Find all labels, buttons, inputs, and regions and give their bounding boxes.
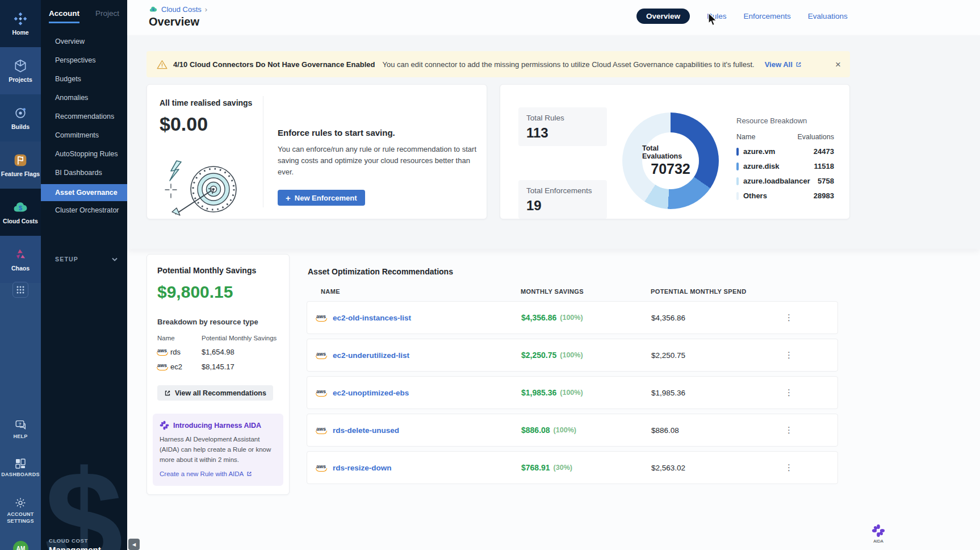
row-menu-kebab-icon[interactable]: ⋮ xyxy=(782,385,795,400)
module-picker[interactable] xyxy=(0,282,41,298)
aida-title: Introducing Harness AIDA xyxy=(173,422,261,430)
sidebar-item-budgets[interactable]: Budgets xyxy=(41,70,127,89)
sidebar-item-overview[interactable]: Overview xyxy=(41,32,127,51)
aida-create-rule-link[interactable]: Create a new Rule with AIDA xyxy=(160,470,252,477)
row-menu-kebab-icon[interactable]: ⋮ xyxy=(782,423,795,438)
potential-savings-title: Potential Monthly Savings xyxy=(157,266,279,275)
sidebar-item-cloud-costs[interactable]: $ Cloud Costs xyxy=(0,189,41,236)
sidebar-item-anomalies[interactable]: Anomalies xyxy=(41,89,127,107)
module-kicker: CLOUD COST xyxy=(49,538,101,544)
recommendation-link[interactable]: ec2-old-instances-list xyxy=(333,314,411,322)
view-all-recommendations-label: View all Recommendations xyxy=(175,389,266,397)
page-title: Overview xyxy=(149,15,199,28)
legend-col-evaluations: Evaluations xyxy=(797,133,834,141)
monthly-savings-value: $4,356.86 xyxy=(521,313,556,322)
sidebar-item-chaos[interactable]: Chaos xyxy=(0,236,41,283)
recommendation-link[interactable]: rds-resize-down xyxy=(333,464,392,472)
cloud-costs-sidebar: Account Project Overview Perspectives Bu… xyxy=(41,0,127,550)
legend-name: azure.disk xyxy=(743,162,780,170)
sidebar-item-recommendations[interactable]: Recommendations xyxy=(41,107,127,126)
sidebar-item-label: Projects xyxy=(9,76,32,83)
row-menu-kebab-icon[interactable]: ⋮ xyxy=(782,460,795,475)
help-button[interactable]: ? HELP xyxy=(0,419,41,440)
recommendations-title: Asset Optimization Recommendations xyxy=(308,267,453,276)
sidebar-item-feature-flags[interactable]: Feature Flags xyxy=(0,141,41,189)
chevron-down-icon xyxy=(112,257,118,261)
gear-icon xyxy=(14,497,27,509)
legend-row: azure.loadbalancer 5758 xyxy=(736,177,834,185)
recommendations-table: aws ec2-old-instances-list $4,356.86 (10… xyxy=(307,301,838,489)
sidebar-item-bi-dashboards[interactable]: BI Dashboards xyxy=(41,164,127,182)
donut-center-value: 70732 xyxy=(651,161,690,177)
sidebar-item-projects[interactable]: Projects xyxy=(0,47,41,94)
col-header-potential-spend: POTENTIAL MONTHLY SPEND xyxy=(651,288,747,295)
potential-spend-value: $1,985.36 xyxy=(651,377,685,409)
cloud-costs-icon: $ xyxy=(12,200,28,215)
tab-enforcements[interactable]: Enforcements xyxy=(744,12,791,20)
sidebar-item-home[interactable]: Home xyxy=(0,0,41,47)
row-menu-kebab-icon[interactable]: ⋮ xyxy=(782,310,795,325)
breadcrumb-cloud-costs-link[interactable]: Cloud Costs xyxy=(161,5,202,14)
aida-fab[interactable]: AIDA xyxy=(866,524,890,544)
aws-icon: aws xyxy=(316,464,326,472)
sidebar-menu: Overview Perspectives Budgets Anomalies … xyxy=(41,32,127,220)
account-settings-button[interactable]: ACCOUNT SETTINGS xyxy=(0,497,41,524)
sidebar-collapse-handle[interactable]: ◀ xyxy=(128,539,140,550)
legend-value: 28983 xyxy=(814,191,834,200)
total-rules-label: Total Rules xyxy=(526,114,599,122)
account-settings-label: ACCOUNT SETTINGS xyxy=(0,511,41,524)
banner-view-all-link[interactable]: View All xyxy=(765,60,802,69)
legend-name: azure.vm xyxy=(743,147,775,156)
banner-close-icon[interactable]: × xyxy=(835,60,841,69)
donut-center: Total Evaluations 70732 xyxy=(642,132,699,189)
table-row: aws rds-delete-unused $886.08 (100%) $88… xyxy=(307,414,838,447)
feature-flags-icon xyxy=(13,153,28,168)
aws-icon: aws xyxy=(316,352,326,359)
recommendation-link[interactable]: rds-delete-unused xyxy=(333,426,399,435)
view-all-recommendations-button[interactable]: View all Recommendations xyxy=(157,385,273,401)
new-enforcement-button[interactable]: + New Enforcement xyxy=(278,190,365,206)
apps-grid-icon xyxy=(12,282,28,298)
banner-message: You can edit connector to add the missin… xyxy=(382,60,754,69)
sidebar-item-asset-governance[interactable]: Asset Governance xyxy=(41,184,127,201)
evaluations-donut: Total Evaluations 70732 xyxy=(622,113,719,209)
legend-swatch xyxy=(736,148,739,156)
aws-icon: aws xyxy=(157,363,167,370)
setup-section-toggle[interactable]: SETUP xyxy=(55,256,118,262)
tab-evaluations[interactable]: Evaluations xyxy=(808,12,848,20)
table-row: aws ec2-underutilized-list $2,250.75 (10… xyxy=(307,339,838,372)
tab-overview[interactable]: Overview xyxy=(636,9,690,24)
sidebar-item-commitments[interactable]: Commitments xyxy=(41,126,127,145)
sidebar-item-cluster-orchestrator[interactable]: Cluster Orchestrator xyxy=(41,201,127,220)
scope-tabs: Account Project xyxy=(49,9,119,23)
aws-icon: aws xyxy=(157,348,167,356)
row-menu-kebab-icon[interactable]: ⋮ xyxy=(782,348,795,363)
aws-icon: aws xyxy=(316,314,326,322)
sidebar-item-autostopping-rules[interactable]: AutoStopping Rules xyxy=(41,145,127,164)
avatar-initials: AM xyxy=(16,545,26,550)
tab-account[interactable]: Account xyxy=(49,9,79,23)
sidebar-item-label: Builds xyxy=(11,123,30,130)
view-all-label: View All xyxy=(765,60,793,69)
enforce-cta-title: Enforce rules to start saving. xyxy=(278,128,478,138)
potential-spend-value: $886.08 xyxy=(651,414,679,446)
potential-spend-value: $4,356.86 xyxy=(651,302,685,334)
page-tabs: Overview Rules Enforcements Evaluations xyxy=(636,9,848,24)
svg-text:$: $ xyxy=(19,205,22,211)
help-label: HELP xyxy=(13,434,27,440)
svg-text:?: ? xyxy=(19,422,22,427)
sidebar-item-builds[interactable]: Builds xyxy=(0,94,41,141)
warning-icon xyxy=(157,60,167,69)
tab-project[interactable]: Project xyxy=(95,9,119,23)
aida-promo-card: Introducing Harness AIDA Harness AI Deve… xyxy=(153,414,283,486)
external-link-icon xyxy=(795,61,802,68)
header-zone xyxy=(127,0,980,35)
sidebar-item-perspectives[interactable]: Perspectives xyxy=(41,51,127,70)
breakdown-row: aws ec2 $8,145.17 xyxy=(157,363,279,371)
recommendation-link[interactable]: ec2-unoptimized-ebs xyxy=(333,389,409,397)
resource-name: rds xyxy=(170,348,181,356)
monthly-savings-value: $768.91 xyxy=(521,463,550,472)
recommendation-link[interactable]: ec2-underutilized-list xyxy=(333,351,409,360)
tab-rules[interactable]: Rules xyxy=(707,12,727,20)
dashboards-button[interactable]: DASHBOARDS xyxy=(0,458,41,478)
